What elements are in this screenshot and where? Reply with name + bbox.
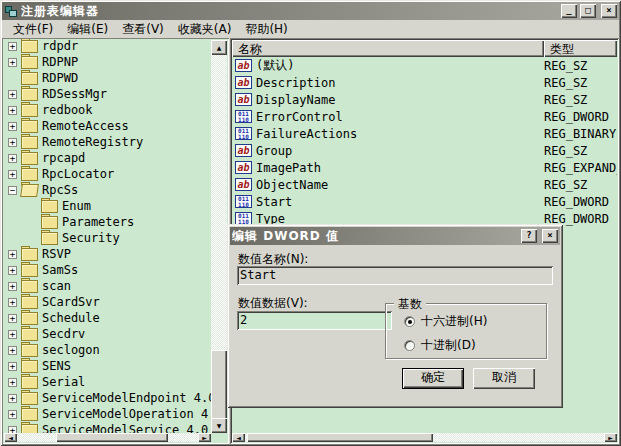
tree-item-rpclocator[interactable]: +RpcLocator [2,166,211,182]
expand-icon[interactable]: + [8,250,17,259]
expand-icon[interactable]: + [8,410,17,419]
close-button[interactable]: × [601,4,617,18]
scroll-up-icon[interactable]: ▲ [211,40,227,55]
tree-item-scan[interactable]: +scan [2,278,211,294]
value-row-ObjectName[interactable]: abObjectNameREG_SZ [232,176,617,193]
ok-button[interactable]: 确定 [402,368,464,389]
registry-editor-window: 注册表编辑器 _ □ × 文件(F)编辑(E)查看(V)收藏夹(A)帮助(H) … [0,0,621,446]
value-name: ImagePath [256,161,544,175]
tree-item-servicemodelendpoint[interactable]: +ServiceModelEndpoint 4.0.0.0 [2,390,211,406]
expand-icon[interactable]: + [8,170,17,179]
value-row-ImagePath[interactable]: abImagePathREG_EXPAND_SZ [232,159,617,176]
value-type: REG_DWORD [544,110,617,124]
tree-item-seclogon[interactable]: +seclogon [2,342,211,358]
tree-item-rdpnp[interactable]: +RDPNP [2,54,211,70]
tree-item-samss[interactable]: +SamSs [2,262,211,278]
expand-icon[interactable]: + [8,426,17,434]
dec-radio-label: 十进制(D) [421,337,476,354]
expand-icon[interactable]: + [8,266,17,275]
value-row-默认[interactable]: ab(默认)REG_SZ [232,57,617,74]
dec-radio-row[interactable]: 十进制(D) [404,337,476,354]
tree-item-rdsessmgr[interactable]: +RDSessMgr [2,86,211,102]
tree-item-secdrv[interactable]: +Secdrv [2,326,211,342]
column-header-type[interactable]: 类型 [544,40,617,57]
expand-icon[interactable]: + [8,298,17,307]
value-name: Description [256,76,544,90]
tree-item-parameters[interactable]: Parameters [2,214,211,230]
folder-icon [21,280,37,292]
tree-item-rdpdr[interactable]: +rdpdr [2,38,211,54]
value-row-FailureActions[interactable]: 011110FailureActionsREG_BINARY [232,125,617,142]
expand-icon[interactable]: + [8,58,17,67]
expand-icon[interactable]: + [8,314,17,323]
tree-item-remoteaccess[interactable]: +RemoteAccess [2,118,211,134]
menu-item-2[interactable]: 查看(V) [115,20,171,39]
expand-icon[interactable]: + [8,362,17,371]
expand-icon[interactable]: + [8,122,17,131]
help-icon[interactable]: ? [521,229,537,243]
tree-vertical-scrollbar[interactable]: ▲ ▼ [211,40,227,433]
tree-item-label: Serial [42,375,85,389]
expand-icon[interactable]: + [8,346,17,355]
column-header-name[interactable]: 名称 [232,40,544,57]
cancel-button[interactable]: 取消 [473,368,535,389]
value-type: REG_EXPAND_SZ [544,161,617,175]
scroll-down-icon[interactable]: ▼ [211,418,227,433]
value-data-input[interactable]: 2 [237,311,392,330]
value-row-Description[interactable]: abDescriptionREG_SZ [232,74,617,91]
value-name: DisplayName [256,93,544,107]
tree-vscroll-thumb[interactable] [211,350,227,420]
expand-icon[interactable]: + [8,106,17,115]
minimize-button[interactable]: _ [561,4,577,18]
tree-item-sens[interactable]: +SENS [2,358,211,374]
folder-icon [21,88,37,100]
tree-item-rsvp[interactable]: +RSVP [2,246,211,262]
tree-item-servicemodeloperation[interactable]: +ServiceModelOperation 4.0.0.0 [2,406,211,422]
expand-icon[interactable]: + [8,378,17,387]
tree-item-label: Secdrv [42,327,85,341]
tree-item-scardsvr[interactable]: +SCardSvr [2,294,211,310]
menu-item-0[interactable]: 文件(F) [6,20,60,39]
string-value-icon: ab [235,144,252,157]
expand-icon[interactable]: + [8,90,17,99]
values-horizontal-scrollbar[interactable]: ◄ ► [232,433,617,442]
expand-icon[interactable]: + [8,394,17,403]
folder-icon [21,344,37,356]
tree-horizontal-scrollbar[interactable]: ◄ ► [4,433,211,442]
tree-hscroll-thumb[interactable] [56,433,168,442]
tree-item-schedule[interactable]: +Schedule [2,310,211,326]
values-hscroll-thumb[interactable] [247,433,433,442]
value-row-DisplayName[interactable]: abDisplayNameREG_SZ [232,91,617,108]
scroll-left-icon[interactable]: ◄ [232,433,245,442]
menu-item-1[interactable]: 编辑(E) [60,20,115,39]
menu-item-3[interactable]: 收藏夹(A) [171,20,239,39]
tree-item-servicemodelservice[interactable]: +ServiceModelService 4.0.0.0 [2,422,211,433]
expand-icon[interactable]: + [8,330,17,339]
value-row-ErrorControl[interactable]: 011110ErrorControlREG_DWORD [232,108,617,125]
collapse-icon[interactable]: − [8,186,17,195]
tree-item-serial[interactable]: +Serial [2,374,211,390]
scroll-right-icon[interactable]: ► [604,433,617,442]
menu-item-4[interactable]: 帮助(H) [238,20,294,39]
tree-item-rpcss[interactable]: −RpcSs [2,182,211,198]
tree-item-remoteregistry[interactable]: +RemoteRegistry [2,134,211,150]
value-row-Group[interactable]: abGroupREG_SZ [232,142,617,159]
tree-item-label: RemoteRegistry [42,135,143,149]
expand-icon[interactable]: + [8,138,17,147]
dialog-close-icon[interactable]: × [542,229,558,243]
hex-radio-button[interactable] [404,316,415,327]
tree-item-rdpwd[interactable]: RDPWD [2,70,211,86]
hex-radio-row[interactable]: 十六进制(H) [404,313,487,330]
dec-radio-button[interactable] [404,340,415,351]
value-row-Start[interactable]: 011110StartREG_DWORD [232,193,617,210]
expand-icon[interactable]: + [8,154,17,163]
expand-icon[interactable]: + [8,282,17,291]
scroll-right-icon[interactable]: ► [198,433,211,442]
tree-item-redbook[interactable]: +redbook [2,102,211,118]
expand-icon[interactable]: + [8,42,17,51]
tree-item-enum[interactable]: Enum [2,198,211,214]
tree-item-security[interactable]: Security [2,230,211,246]
tree-item-rpcapd[interactable]: +rpcapd [2,150,211,166]
scroll-left-icon[interactable]: ◄ [4,433,17,442]
maximize-button[interactable]: □ [580,4,596,18]
